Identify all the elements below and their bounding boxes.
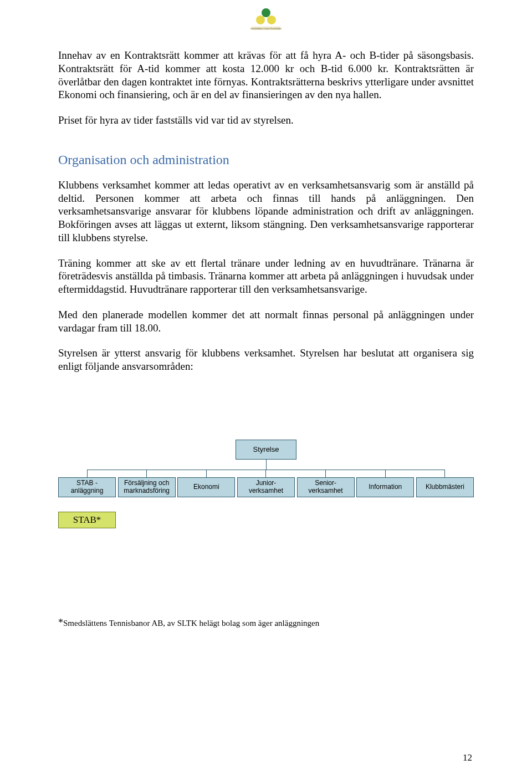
org-child: STAB - anläggning <box>58 470 116 497</box>
logo-caption: Smedslättens Lawn-Tennisklubb <box>250 27 282 30</box>
org-children-row: STAB - anläggning Försäljning och markna… <box>58 470 474 497</box>
svg-point-2 <box>267 16 276 24</box>
org-child: Junior-verksamhet <box>237 470 295 497</box>
footnote: *Smedslättens Tennisbanor AB, av SLTK he… <box>58 617 474 629</box>
org-node-klubbmasteri: Klubbmästeri <box>416 477 474 497</box>
page-number: 12 <box>463 752 472 763</box>
org-connector <box>325 470 326 477</box>
org-node-junior: Junior-verksamhet <box>237 477 295 497</box>
footnote-asterisk: * <box>58 617 63 628</box>
org-node-stab-extra: STAB* <box>58 512 116 528</box>
org-node-styrelse: Styrelse <box>236 440 296 460</box>
org-connector <box>444 470 445 477</box>
org-chart: Styrelse STAB - anläggning Försäljning o… <box>58 440 474 523</box>
paragraph-1: Innehav av en Kontraktsrätt kommer att k… <box>58 49 474 101</box>
club-logo-icon: Smedslättens Lawn-Tennisklubb <box>250 7 282 31</box>
org-node-information: Information <box>356 477 414 497</box>
org-connector <box>266 460 267 470</box>
org-connector <box>265 470 266 477</box>
svg-point-1 <box>256 16 265 24</box>
org-connector <box>206 470 207 477</box>
paragraph-5: Med den planerade modellen kommer det at… <box>58 308 474 335</box>
document-page: Smedslättens Lawn-Tennisklubb Innehav av… <box>0 0 532 780</box>
org-connector <box>146 470 147 477</box>
org-node-forsaljning: Försäljning och marknadsföring <box>118 477 176 497</box>
org-connector <box>87 470 88 477</box>
paragraph-6: Styrelsen är ytterst ansvarig för klubbe… <box>58 346 474 373</box>
paragraph-4: Träning kommer att ske av ett flertal tr… <box>58 257 474 296</box>
paragraph-2: Priset för hyra av tider fastställs vid … <box>58 114 474 127</box>
footnote-text: Smedslättens Tennisbanor AB, av SLTK hel… <box>63 619 319 628</box>
org-child: Klubbmästeri <box>416 470 474 497</box>
org-node-stab-anlaggning: STAB - anläggning <box>58 477 116 497</box>
org-connector <box>385 470 386 477</box>
org-node-senior: Senior-verksamhet <box>297 477 355 497</box>
svg-point-0 <box>262 8 270 17</box>
header-logo-area: Smedslättens Lawn-Tennisklubb <box>58 0 474 49</box>
org-node-ekonomi: Ekonomi <box>177 477 235 497</box>
section-heading-organisation: Organisation och administration <box>58 152 474 167</box>
org-child: Information <box>356 470 414 497</box>
org-child: Ekonomi <box>177 470 235 497</box>
org-child: Försäljning och marknadsföring <box>118 470 176 497</box>
org-child: Senior-verksamhet <box>297 470 355 497</box>
paragraph-3: Klubbens verksamhet kommer att ledas ope… <box>58 179 474 244</box>
